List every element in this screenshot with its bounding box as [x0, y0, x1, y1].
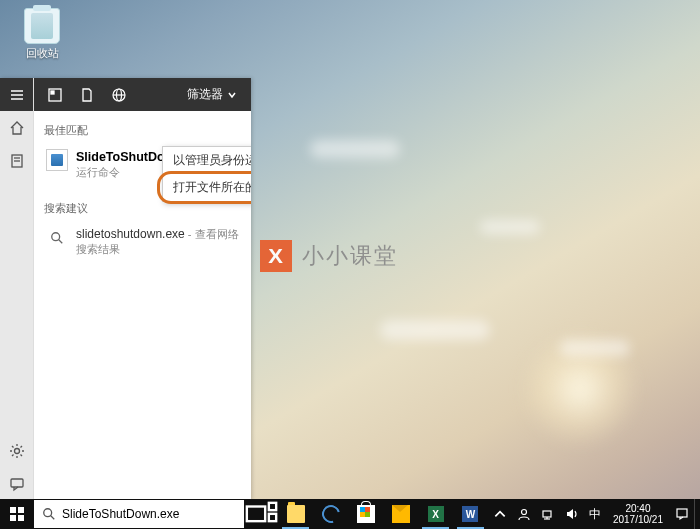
svg-rect-16 [18, 507, 24, 513]
app-icon [46, 149, 68, 171]
svg-rect-17 [10, 515, 16, 521]
tab-apps[interactable] [40, 81, 70, 109]
svg-point-24 [521, 510, 526, 515]
start-search-panel: 筛选器 最佳匹配 SlideToShutDown.exe 运行命令 以管理员身份… [0, 78, 251, 500]
excel-icon: X [428, 506, 444, 522]
svg-point-13 [52, 232, 60, 240]
tab-documents[interactable] [72, 81, 102, 109]
mail-icon [392, 505, 410, 523]
recycle-bin-label: 回收站 [14, 46, 70, 61]
svg-rect-25 [543, 511, 551, 517]
taskbar-app-explorer[interactable] [278, 499, 313, 529]
tray-chevron-up[interactable] [488, 499, 512, 529]
taskbar-app-edge[interactable] [313, 499, 348, 529]
taskbar-app-mail[interactable] [383, 499, 418, 529]
search-tabs: 筛选器 [34, 78, 251, 111]
svg-point-6 [14, 448, 19, 453]
result-web-suggestion[interactable]: slidetoshutdown.exe - 查看网络搜索结果 [44, 222, 241, 263]
svg-rect-18 [18, 515, 24, 521]
taskbar-search-input[interactable] [62, 507, 236, 521]
svg-rect-15 [10, 507, 16, 513]
search-icon [46, 227, 68, 249]
filter-label: 筛选器 [187, 86, 223, 103]
tray-network-icon[interactable] [536, 499, 560, 529]
watermark: X 小小课堂 [260, 240, 398, 272]
edge-icon [318, 502, 343, 527]
svg-rect-21 [247, 507, 265, 522]
context-menu: 以管理员身份运行 打开文件所在的位置 [162, 146, 251, 202]
svg-rect-28 [677, 509, 687, 517]
word-icon: W [462, 506, 478, 522]
rail-settings-button[interactable] [0, 434, 33, 467]
section-suggestions: 搜索建议 [44, 201, 241, 216]
svg-rect-7 [11, 479, 23, 487]
taskbar-app-excel[interactable]: X [418, 499, 453, 529]
start-button[interactable] [0, 499, 33, 529]
tray-date: 2017/10/21 [613, 514, 663, 525]
tray-ime-icon[interactable]: 中 [584, 499, 606, 529]
tray-people-icon[interactable] [512, 499, 536, 529]
show-desktop-button[interactable] [694, 499, 700, 529]
taskbar-app-store[interactable] [348, 499, 383, 529]
task-view-button[interactable] [245, 499, 278, 529]
svg-rect-23 [269, 514, 276, 521]
rail-apps-button[interactable] [0, 144, 33, 177]
tray-time: 20:40 [625, 503, 650, 514]
svg-line-20 [51, 516, 55, 520]
svg-point-19 [44, 509, 52, 517]
watermark-text: 小小课堂 [302, 241, 398, 271]
taskbar-app-word[interactable]: W [453, 499, 488, 529]
svg-rect-9 [51, 91, 54, 94]
rail-menu-button[interactable] [0, 78, 33, 111]
watermark-logo: X [260, 240, 292, 272]
menu-open-file-location[interactable]: 打开文件所在的位置 [163, 174, 251, 201]
result-best-match[interactable]: SlideToShutDown.exe 运行命令 以管理员身份运行 打开文件所在… [44, 144, 241, 185]
tab-web[interactable] [104, 81, 134, 109]
section-best-match: 最佳匹配 [44, 123, 241, 138]
chevron-down-icon [227, 90, 237, 100]
folder-icon [287, 505, 305, 523]
web-result-query: slidetoshutdown.exe [76, 227, 185, 241]
tray-volume-icon[interactable] [560, 499, 584, 529]
search-icon [42, 507, 56, 521]
rail-home-button[interactable] [0, 111, 33, 144]
store-icon [357, 505, 375, 523]
rail-feedback-button[interactable] [0, 467, 33, 500]
svg-rect-22 [269, 503, 276, 510]
tray-clock[interactable]: 20:40 2017/10/21 [606, 499, 670, 529]
recycle-bin-icon [24, 8, 60, 44]
taskbar-search-box[interactable] [34, 500, 244, 528]
menu-run-as-admin[interactable]: 以管理员身份运行 [163, 147, 251, 174]
taskbar: X W 中 20:40 2017/10/21 [0, 499, 700, 529]
tray-action-center[interactable] [670, 499, 694, 529]
system-tray: 中 20:40 2017/10/21 [488, 499, 700, 529]
start-rail [0, 78, 34, 500]
svg-line-14 [59, 239, 63, 243]
desktop-icon-recycle-bin[interactable]: 回收站 [14, 8, 70, 61]
filter-button[interactable]: 筛选器 [179, 82, 245, 107]
